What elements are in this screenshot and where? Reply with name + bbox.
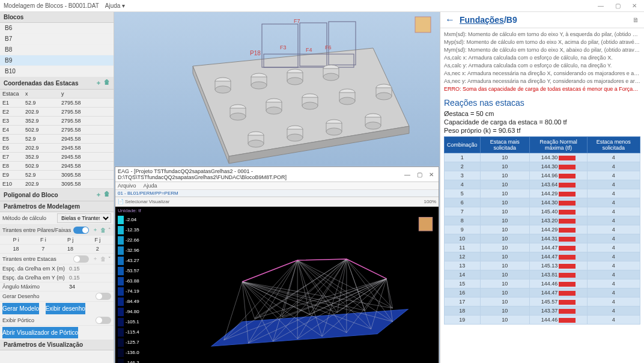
close-icon[interactable]: ✕ (628, 2, 640, 9)
ang-max-value[interactable]: 34 (69, 284, 111, 290)
table-row[interactable]: 1910144.464 (445, 316, 640, 325)
delete-icon[interactable]: 🗑 (104, 79, 110, 87)
coord-row[interactable]: E552.92945.58 (0, 135, 114, 144)
bloco-item[interactable]: B6 (0, 23, 114, 34)
delete-icon[interactable]: 🗑 (100, 227, 106, 233)
table-row[interactable]: 1010144.314 (445, 234, 640, 243)
svg-point-41 (248, 140, 264, 147)
close-icon[interactable]: ✕ (427, 171, 436, 178)
table-row[interactable]: 710145.404 (445, 207, 640, 216)
blocos-header: Blocos (0, 12, 114, 23)
coord-row[interactable]: E10202.93095.58 (0, 180, 114, 189)
svg-point-26 (230, 113, 246, 120)
abrir-visualizador-button[interactable]: Abrir Visualizador de Pórtico (2, 327, 78, 338)
bloco-item[interactable]: B10 (0, 66, 114, 77)
table-row[interactable]: 810143.204 (445, 216, 640, 225)
coord-row[interactable]: E3352.92795.58 (0, 117, 114, 126)
zoom-level[interactable]: 100% (424, 199, 436, 204)
table-row[interactable]: 110144.304 (445, 153, 640, 162)
add-icon[interactable]: ＋ (93, 226, 98, 234)
coord-row[interactable]: E2202.92795.58 (0, 108, 114, 117)
gerar-modelo-button[interactable]: Gerar Modelo (2, 303, 39, 314)
document-icon[interactable]: 🗎 (633, 16, 639, 23)
table-row[interactable]: 1610144.474 (445, 288, 640, 297)
coord-row[interactable]: E4502.92795.58 (0, 126, 114, 135)
menu-ajuda[interactable]: Ajuda (144, 183, 157, 189)
minimize-icon[interactable]: — (595, 2, 607, 9)
svg-point-14 (215, 86, 231, 93)
pf-row[interactable]: 187182 (0, 245, 114, 254)
center-panel: P18 F7 F3 F6 F4 EAG - [Projeto TSTfundac… (114, 12, 440, 363)
add-icon[interactable]: ＋ (96, 191, 102, 199)
tirantes-pf-toggle[interactable] (73, 227, 89, 234)
back-icon[interactable]: ← (445, 14, 455, 25)
table-row[interactable]: 1210144.474 (445, 252, 640, 261)
bar-icon (559, 264, 576, 269)
svg-marker-51 (211, 310, 408, 346)
chevron-up-icon[interactable]: ˄ (108, 227, 111, 233)
svg-text:P18: P18 (250, 50, 261, 56)
maximize-icon[interactable]: ▢ (612, 2, 624, 9)
svg-point-50 (365, 122, 381, 129)
eag-viewport[interactable]: Unidade: tf -2.04-12.35-22.66-32.96-43.2… (115, 207, 439, 363)
bar-icon (559, 228, 576, 233)
table-row[interactable]: 910144.294 (445, 225, 640, 234)
svg-point-29 (266, 107, 282, 114)
espc-y-value[interactable]: 0.15 (69, 275, 111, 281)
svg-line-91 (338, 259, 347, 313)
mode-visualizar[interactable]: Visualizar (149, 199, 170, 204)
svg-line-65 (242, 282, 392, 308)
svg-text:F4: F4 (306, 47, 312, 53)
table-row[interactable]: 510144.294 (445, 189, 640, 198)
eag-window: EAG - [Projeto TSTfundacQQ2sapatasGrelha… (115, 166, 439, 363)
metodo-select[interactable]: Bielas e Tirantes (57, 213, 111, 223)
cap-info: Capacidade de carga da estaca = 80.00 tf (444, 118, 640, 126)
table-row[interactable]: 610144.304 (445, 198, 640, 207)
3d-viewport[interactable]: P18 F7 F3 F6 F4 (114, 12, 440, 166)
table-row[interactable]: 310144.964 (445, 171, 640, 180)
table-row[interactable]: 1510144.464 (445, 279, 640, 288)
add-icon[interactable]: ＋ (96, 79, 102, 87)
breadcrumb-root[interactable]: Fundações (460, 15, 504, 25)
exibir-portico-toggle[interactable] (96, 317, 111, 324)
bar-icon (559, 273, 576, 278)
coord-row[interactable]: E7352.92945.58 (0, 153, 114, 162)
help-menu[interactable]: Ajuda ▾ (105, 2, 125, 9)
table-row[interactable]: 1110144.474 (445, 243, 640, 252)
coord-row[interactable]: E6202.92945.58 (0, 144, 114, 153)
table-row[interactable]: 1810143.374 (445, 307, 640, 316)
table-row[interactable]: 210144.304 (445, 162, 640, 171)
table-row[interactable]: 1710145.574 (445, 297, 640, 307)
table-row[interactable]: 410143.644 (445, 180, 640, 189)
svg-line-106 (365, 279, 387, 311)
chevron-down-icon[interactable]: ˅ (108, 256, 111, 262)
bar-icon (559, 237, 576, 242)
mode-selecionar[interactable]: Selecionar (125, 199, 148, 204)
exibir-desenho-button[interactable]: Exibir desenho (46, 303, 85, 314)
coord-row[interactable]: E952.93095.58 (0, 171, 114, 180)
delete-icon[interactable]: 🗑 (104, 191, 110, 199)
bloco-item[interactable]: B8 (0, 44, 114, 55)
description-block: Mxm(sd): Momento de cálculo em torno do … (444, 31, 640, 85)
eag-tab[interactable]: 01 - BL01/PERM/PP=PERM (115, 190, 439, 197)
table-row[interactable]: 1410143.814 (445, 270, 640, 279)
tirantes-estacas-toggle[interactable] (73, 255, 89, 263)
espc-x-value[interactable]: 0.15 (69, 266, 111, 272)
viewcube-icon (415, 17, 431, 32)
gerar-desenho-toggle[interactable] (96, 293, 111, 300)
coord-row[interactable]: E8502.92945.58 (0, 162, 114, 171)
coord-row[interactable]: E152.92795.58 (0, 99, 114, 108)
bloco-item[interactable]: B7 (0, 34, 114, 44)
maximize-icon[interactable]: ▢ (415, 171, 424, 178)
metodo-label: Método de cálculo (2, 215, 57, 221)
bar-icon (559, 255, 576, 260)
minimize-icon[interactable]: — (402, 171, 412, 178)
svg-line-103 (282, 279, 387, 317)
bar-icon (559, 165, 576, 169)
menu-arquivo[interactable]: Arquivo (118, 183, 136, 189)
app-titlebar: Modelagem de Blocos - B0001.DAT Ajuda ▾ … (0, 0, 644, 12)
add-icon: ＋ (93, 255, 98, 263)
bar-icon (559, 183, 576, 188)
table-row[interactable]: 1310145.134 (445, 261, 640, 270)
bloco-item[interactable]: B9 (0, 55, 114, 66)
